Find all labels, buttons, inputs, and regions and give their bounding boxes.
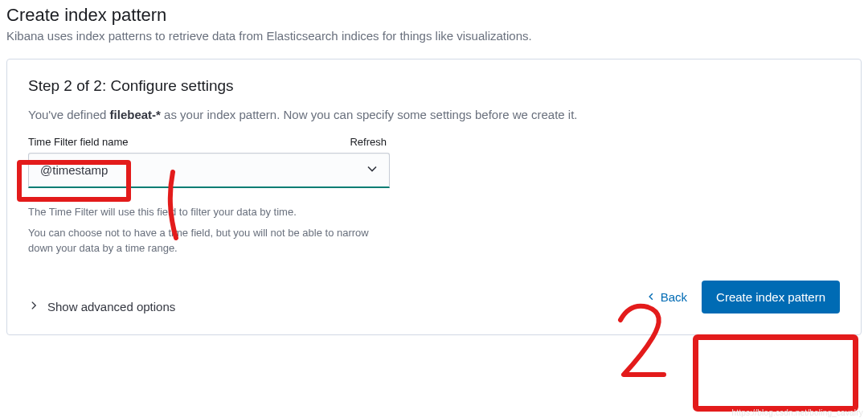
time-filter-selected-value: @timestamp [40, 163, 108, 177]
time-filter-help-2: You can choose not to have a time field,… [28, 226, 374, 256]
back-button[interactable]: Back [646, 290, 687, 304]
refresh-link[interactable]: Refresh [350, 136, 390, 148]
show-advanced-label: Show advanced options [47, 300, 175, 314]
watermark: https://blog.csdn.net/boling_cavalry [732, 408, 863, 417]
defined-suffix: as your index pattern. Now you can speci… [161, 108, 578, 121]
defined-pattern-name: filebeat-* [110, 108, 161, 121]
back-label: Back [661, 290, 687, 304]
time-filter-help-1: The Time Filter will use this field to f… [28, 206, 840, 218]
chevron-right-icon [28, 300, 39, 314]
configure-panel: Step 2 of 2: Configure settings You've d… [6, 59, 862, 335]
page-description: Kibana uses index patterns to retrieve d… [6, 29, 862, 43]
defined-pattern-text: You've defined filebeat-* as your index … [28, 108, 840, 121]
annotation-box-create-button [693, 334, 858, 412]
defined-prefix: You've defined [28, 108, 110, 121]
show-advanced-toggle[interactable]: Show advanced options [28, 300, 175, 314]
step-heading: Step 2 of 2: Configure settings [28, 77, 840, 95]
chevron-left-icon [646, 290, 656, 304]
create-index-pattern-button[interactable]: Create index pattern [702, 281, 840, 314]
page-title: Create index pattern [6, 5, 862, 26]
time-filter-label: Time Filter field name [28, 136, 129, 148]
time-filter-select[interactable]: @timestamp [28, 153, 390, 188]
